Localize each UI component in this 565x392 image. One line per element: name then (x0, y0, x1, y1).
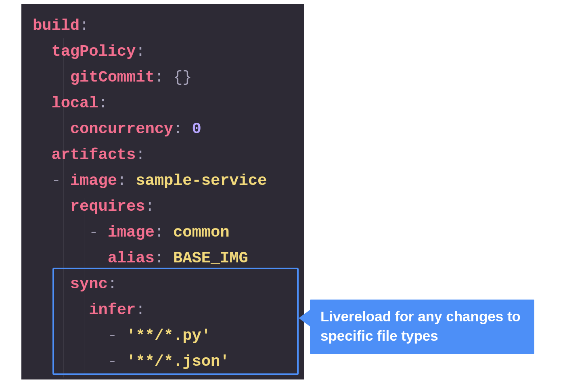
yaml-value: '**/*.json' (126, 353, 229, 371)
yaml-value: sample-service (126, 172, 267, 190)
yaml-key: infer (89, 301, 136, 319)
colon: : (117, 172, 126, 190)
yaml-value: '**/*.py' (126, 327, 211, 345)
yaml-key: image (108, 224, 155, 241)
code-line: - '**/*.json' (21, 349, 304, 375)
yaml-code-block: build: tagPolicy: gitCommit: {} local: c… (21, 4, 304, 379)
colon: : (155, 249, 164, 267)
colon: : (155, 224, 164, 241)
code-line: alias: BASE_IMG (21, 245, 304, 271)
yaml-key: requires (70, 198, 145, 216)
colon: : (98, 94, 107, 112)
colon: : (108, 275, 117, 293)
yaml-key: tagPolicy (51, 43, 136, 61)
yaml-key: gitCommit (70, 69, 155, 86)
yaml-key: concurrency (70, 120, 173, 138)
code-line: - image: sample-service (21, 168, 304, 194)
code-line: infer: (21, 297, 304, 323)
yaml-dash: - (108, 353, 126, 371)
code-line: requires: (21, 194, 304, 220)
yaml-key: alias (108, 249, 155, 267)
code-line: artifacts: (21, 142, 304, 168)
yaml-dash: - (89, 224, 107, 241)
colon: : (136, 146, 145, 164)
code-line: local: (21, 90, 304, 116)
colon: : (80, 17, 89, 35)
code-line: - image: common (21, 220, 304, 245)
code-line: - '**/*.py' (21, 323, 304, 349)
colon: : (145, 198, 154, 216)
colon: : (136, 43, 145, 61)
yaml-key: image (70, 172, 117, 190)
yaml-value: common (164, 224, 229, 241)
code-line: tagPolicy: (21, 39, 304, 65)
callout-annotation: Livereload for any changes to specific f… (310, 300, 534, 354)
colon: : (173, 120, 182, 138)
yaml-key: local (51, 94, 98, 112)
yaml-value: {} (164, 69, 192, 86)
code-line: gitCommit: {} (21, 65, 304, 90)
colon: : (136, 301, 145, 319)
code-line: build: (21, 13, 304, 39)
yaml-dash: - (51, 172, 70, 190)
yaml-dash: - (108, 327, 126, 345)
yaml-key: sync (70, 275, 108, 293)
colon: : (155, 69, 164, 86)
yaml-value: BASE_IMG (164, 249, 248, 267)
yaml-key: artifacts (51, 146, 136, 164)
callout-text: Livereload for any changes to specific f… (320, 308, 521, 344)
code-line: concurrency: 0 (21, 116, 304, 142)
yaml-key: build (33, 17, 80, 35)
code-line: sync: (21, 271, 304, 297)
yaml-value: 0 (182, 120, 201, 138)
